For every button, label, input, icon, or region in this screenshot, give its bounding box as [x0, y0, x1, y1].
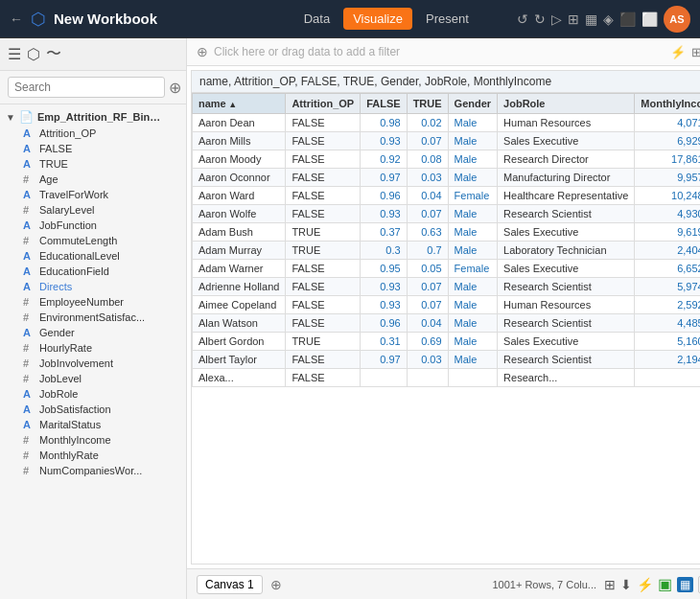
sidebar-field-item[interactable]: #MonthlyRate	[0, 448, 186, 463]
table-cell: FALSE	[286, 187, 361, 205]
table-col-header[interactable]: name ▲	[193, 94, 286, 114]
sidebar-field-item[interactable]: AEducationField	[0, 264, 186, 279]
content-area: ⊕ Click here or drag data to add a filte…	[187, 38, 700, 599]
avatar[interactable]: AS	[664, 6, 690, 33]
table-cell: Aaron Mills	[193, 132, 286, 150]
nav-present[interactable]: Present	[416, 8, 478, 30]
sidebar-field-item[interactable]: #MonthlyIncome	[0, 432, 186, 448]
field-label: MonthlyRate	[39, 449, 99, 461]
bottom-download-icon[interactable]: ⬇	[620, 577, 632, 592]
field-label: JobSatisfaction	[39, 403, 111, 415]
bottom-lightning-icon[interactable]: ⚡	[637, 577, 653, 592]
field-label: HourlyRate	[39, 342, 92, 354]
sidebar-field-item[interactable]: #JobInvolvement	[0, 356, 186, 371]
nav-data[interactable]: Data	[294, 8, 339, 30]
table-cell: 0.03	[407, 169, 448, 187]
sidebar-field-item[interactable]: AJobSatisfaction	[0, 402, 186, 417]
table-cell: 0.93	[361, 278, 407, 296]
sidebar-chart-icon[interactable]: ⬡	[27, 45, 40, 63]
table-wrapper[interactable]: name ▲Attrition_OPFALSETRUEGenderJobRole…	[191, 92, 700, 564]
search-add-icon[interactable]: ⊕	[169, 79, 181, 97]
table-cell: TRUE	[286, 242, 361, 260]
datasource-tree-item[interactable]: ▼ 📄 Emp_Attrition_RF_Binar...	[0, 108, 186, 126]
table-cell: Male	[448, 296, 498, 314]
table-cell: Human Resources	[498, 114, 635, 132]
bottom-green-icon[interactable]: ▣	[658, 575, 672, 593]
sidebar-field-item[interactable]: AAttrition_OP	[0, 126, 186, 141]
field-string-icon: A	[23, 403, 35, 415]
sidebar-field-item[interactable]: ADirects	[0, 279, 186, 294]
table-cell: Male	[448, 223, 498, 242]
table-col-header[interactable]: TRUE	[407, 94, 448, 114]
field-label: NumCompaniesWor...	[39, 465, 142, 476]
table-cell: 0.08	[407, 150, 448, 169]
filter-icons: ⚡ ⊞ ⋮	[670, 45, 700, 59]
back-icon[interactable]: ←	[10, 12, 23, 27]
filter-bar: ⊕ Click here or drag data to add a filte…	[187, 38, 700, 66]
titlebar-left: ← ⬡ New Workbook	[10, 9, 256, 30]
table-row: Aaron WardFALSE0.960.04FemaleHealthcare …	[193, 187, 701, 205]
table-cell: 0.97	[361, 351, 407, 369]
sidebar-field-item[interactable]: AGender	[0, 325, 186, 340]
share-icon[interactable]: ⬜	[642, 12, 658, 27]
titlebar: ← ⬡ New Workbook Data Visualize Present …	[0, 0, 700, 38]
sidebar-field-item[interactable]: ATRUE	[0, 156, 186, 172]
table-row: Aaron MoodyFALSE0.920.08MaleResearch Dir…	[193, 150, 701, 169]
pin-icon[interactable]: ◈	[603, 12, 614, 27]
table-cell: Adam Bush	[193, 223, 286, 242]
export-icon[interactable]: ⬛	[619, 12, 636, 27]
table-cell: FALSE	[286, 296, 361, 314]
filter-grid-icon[interactable]: ⊞	[691, 45, 700, 59]
canvas-tab[interactable]: Canvas 1	[197, 575, 263, 594]
nav-visualize[interactable]: Visualize	[343, 8, 412, 30]
table-cell: Male	[448, 278, 498, 296]
search-input[interactable]	[8, 77, 165, 98]
sidebar-field-item[interactable]: #CommuteLength	[0, 233, 186, 248]
sidebar-field-item[interactable]: #NumCompaniesWor...	[0, 463, 186, 478]
table-col-header[interactable]: Gender	[448, 94, 498, 114]
table-cell	[361, 369, 407, 387]
field-label: Directs	[39, 281, 72, 292]
table-col-header[interactable]: MonthlyIncome	[635, 94, 700, 114]
table-cell: 0.93	[361, 205, 407, 223]
field-label: CommuteLength	[39, 235, 117, 246]
play-icon[interactable]: ▷	[551, 12, 562, 27]
sidebar-field-item[interactable]: #JobLevel	[0, 371, 186, 386]
field-string-icon: A	[23, 143, 35, 154]
table-cell: Alexa...	[193, 369, 286, 387]
bottom-grid-icon[interactable]: ⊞	[604, 577, 616, 592]
table-cell: 0.04	[407, 314, 448, 333]
sidebar-field-item[interactable]: AJobRole	[0, 386, 186, 402]
filter-funnel-icon[interactable]: ⚡	[670, 45, 686, 59]
table-col-header[interactable]: FALSE	[361, 94, 407, 114]
field-string-icon: A	[23, 158, 35, 170]
table-cell: FALSE	[286, 369, 361, 387]
sidebar-field-item[interactable]: #HourlyRate	[0, 340, 186, 356]
canvas-add-icon[interactable]: ⊕	[270, 577, 282, 592]
table-cell: 5,974.00	[635, 278, 700, 296]
undo-icon[interactable]: ↺	[517, 12, 528, 27]
field-number-icon: #	[23, 342, 35, 354]
sidebar-menu-icon[interactable]: ☰	[8, 45, 21, 63]
sidebar-field-item[interactable]: #EnvironmentSatisfac...	[0, 310, 186, 325]
sidebar-field-item[interactable]: #EmployeeNumber	[0, 294, 186, 310]
table-row: Adam MurrayTRUE0.30.7MaleLaboratory Tech…	[193, 242, 701, 260]
filter-add-icon[interactable]: ⊕	[197, 44, 208, 59]
sidebar-field-item[interactable]: AFALSE	[0, 141, 186, 156]
table-icon[interactable]: ▦	[585, 12, 597, 27]
table-col-header[interactable]: JobRole	[498, 94, 635, 114]
sidebar-field-item[interactable]: AMaritalStatus	[0, 417, 186, 432]
redo-icon[interactable]: ↻	[534, 12, 546, 27]
table-cell: 17,861.00	[635, 150, 700, 169]
sidebar-field-item[interactable]: ATravelForWork	[0, 187, 186, 202]
table-col-header[interactable]: Attrition_OP	[286, 94, 361, 114]
sidebar-field-item[interactable]: AEducationalLevel	[0, 248, 186, 264]
bottom-toggle-active[interactable]: ▦	[677, 577, 693, 592]
grid-icon[interactable]: ⊞	[568, 12, 579, 27]
sidebar-field-item[interactable]: #SalaryLevel	[0, 202, 186, 218]
field-number-icon: #	[23, 311, 35, 323]
sidebar-field-item[interactable]: AJobFunction	[0, 218, 186, 233]
sidebar-trend-icon[interactable]: 〜	[46, 44, 61, 64]
table-cell: Laboratory Technician	[498, 242, 635, 260]
sidebar-field-item[interactable]: #Age	[0, 172, 186, 187]
